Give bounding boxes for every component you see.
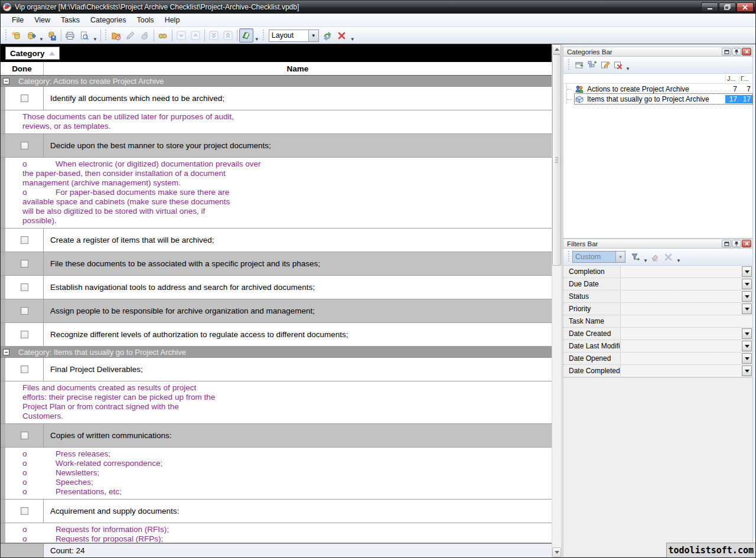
layout-combobox[interactable]: Layout ▼ (269, 30, 319, 42)
task-checkbox[interactable] (21, 507, 28, 515)
task-name-cell[interactable]: Recognize different levels of authorizat… (44, 323, 552, 346)
categories-col1-header[interactable]: J... (725, 74, 739, 83)
categories-toolbar-grip[interactable] (568, 59, 571, 71)
move-up-button[interactable] (188, 28, 203, 43)
filter-dropdown-button[interactable] (742, 291, 752, 302)
menu-item-tools[interactable]: Tools (131, 14, 159, 26)
delete-category-button[interactable] (611, 58, 624, 71)
task-checkbox[interactable] (21, 142, 28, 149)
filter-preset-dropdown[interactable]: ▼ (615, 252, 625, 262)
task-row[interactable]: Establish navigational tools to address … (1, 276, 552, 299)
category-row[interactable]: Items that usually go to Project Archive… (563, 94, 752, 104)
filter-value-field[interactable] (621, 303, 741, 315)
filters-bar-restore-button[interactable] (722, 240, 731, 247)
edit-category-button[interactable] (598, 58, 611, 71)
apply-filter-button[interactable] (629, 250, 642, 263)
column-header-done[interactable]: Done (1, 62, 44, 75)
task-checkbox[interactable] (21, 432, 28, 439)
menu-item-file[interactable]: File (6, 14, 29, 26)
menu-item-tasks[interactable]: Tasks (56, 14, 85, 26)
print-preview-button[interactable] (77, 28, 92, 43)
collapse-group-icon[interactable] (3, 78, 9, 84)
task-row[interactable]: Recognize different levels of authorizat… (1, 323, 552, 347)
menu-item-categories[interactable]: Categories (85, 14, 131, 26)
task-name-cell[interactable]: Assign people to be responsible for arch… (44, 299, 552, 322)
open-database-button[interactable] (24, 28, 38, 43)
task-name-cell[interactable]: Create a register of items that will be … (44, 229, 552, 252)
task-checkbox[interactable] (21, 260, 28, 267)
task-checkbox[interactable] (21, 283, 28, 291)
apply-layout-button[interactable] (321, 28, 335, 43)
group-header-row[interactable]: Category: Actions to create Project Arch… (1, 76, 552, 87)
find-button[interactable] (156, 28, 170, 43)
new-category-button[interactable] (572, 58, 585, 71)
move-top-button[interactable] (221, 28, 235, 43)
print-button[interactable] (63, 28, 77, 43)
layout-view-dropdown-arrow[interactable]: ▼ (253, 37, 260, 42)
move-bottom-button[interactable] (207, 28, 221, 43)
filters-toolbar-overflow-arrow[interactable]: ▼ (675, 258, 682, 263)
menu-item-view[interactable]: View (29, 14, 56, 26)
menu-item-help[interactable]: Help (159, 14, 185, 26)
task-name-cell[interactable]: Identify all documents which need to be … (44, 87, 552, 110)
toolbar-grip2[interactable] (105, 30, 107, 41)
category-row[interactable]: Actions to create Project Archive77 (563, 84, 752, 94)
filter-dropdown-button[interactable] (742, 304, 752, 314)
filter-dropdown-button[interactable] (742, 266, 752, 277)
task-properties-button[interactable] (109, 28, 123, 43)
save-database-button[interactable] (45, 28, 59, 43)
filter-dropdown-button[interactable] (742, 341, 752, 351)
categories-bar-pin-button[interactable] (732, 48, 741, 56)
filter-value-field[interactable] (621, 266, 741, 278)
categories-bar-restore-button[interactable] (722, 48, 731, 56)
categories-col2-header[interactable]: Г... (739, 74, 752, 83)
close-button[interactable] (737, 2, 754, 12)
filter-value-field[interactable] (621, 328, 741, 340)
group-by-category-button[interactable]: Category (5, 47, 60, 60)
column-header-name[interactable]: Name (44, 64, 552, 73)
task-name-cell[interactable]: Acquirement and supply documents: (44, 500, 552, 523)
task-name-cell[interactable]: Decide upon the best manner to store you… (44, 134, 552, 157)
toolbar-grip[interactable] (5, 30, 8, 41)
task-checkbox[interactable] (21, 331, 28, 338)
task-checkbox[interactable] (21, 236, 28, 244)
scrollbar-thumb[interactable] (552, 54, 561, 266)
task-row[interactable]: Decide upon the best manner to store you… (1, 134, 552, 158)
filter-value-field[interactable] (621, 315, 752, 327)
edit-task-button[interactable] (123, 28, 138, 43)
task-row[interactable]: Final Project Deliverables; (1, 358, 552, 381)
filter-value-field[interactable] (621, 365, 741, 377)
minimize-button[interactable] (701, 2, 718, 12)
task-row[interactable]: File these documents to be associated wi… (1, 252, 552, 276)
task-name-cell[interactable]: Copies of written communications: (44, 424, 552, 447)
task-name-cell[interactable]: File these documents to be associated wi… (44, 252, 552, 275)
filter-value-field[interactable] (621, 353, 741, 364)
category-row-body[interactable]: Items that usually go to Project Archive… (575, 94, 752, 104)
print-preview-dropdown-arrow[interactable]: ▼ (92, 37, 99, 42)
new-database-button[interactable] (9, 28, 24, 43)
categories-bar-close-button[interactable] (742, 48, 751, 56)
collapse-group-icon[interactable] (3, 349, 9, 355)
move-down-button[interactable] (174, 28, 188, 43)
group-header-row[interactable]: Category: Items that usually go to Proje… (1, 347, 552, 358)
filter-value-field[interactable] (621, 291, 741, 302)
restore-button[interactable] (719, 2, 736, 12)
delete-filter-button[interactable] (662, 250, 675, 263)
scrollbar-up-button[interactable] (552, 44, 561, 54)
task-row[interactable]: Identify all documents which need to be … (1, 87, 552, 110)
filter-preset-combobox[interactable]: Custom ▼ (572, 251, 625, 263)
task-name-cell[interactable]: Establish navigational tools to address … (44, 276, 552, 299)
clear-filter-button[interactable] (649, 250, 662, 263)
filter-dropdown-button[interactable] (742, 353, 752, 364)
open-database-dropdown-arrow[interactable]: ▼ (38, 37, 45, 42)
apply-filter-dropdown-arrow[interactable]: ▼ (642, 258, 649, 263)
filter-value-field[interactable] (621, 278, 741, 290)
filters-bar-close-button[interactable] (742, 240, 751, 247)
task-row[interactable]: Create a register of items that will be … (1, 229, 552, 252)
toolbar-grip3[interactable] (262, 30, 265, 41)
filter-preset-value[interactable]: Custom (573, 252, 615, 262)
layout-combobox-value[interactable]: Layout (269, 30, 308, 41)
task-checkbox[interactable] (21, 366, 28, 373)
toolbar-overflow-arrow[interactable]: ▼ (349, 37, 356, 42)
task-name-cell[interactable]: Final Project Deliverables; (44, 358, 552, 381)
